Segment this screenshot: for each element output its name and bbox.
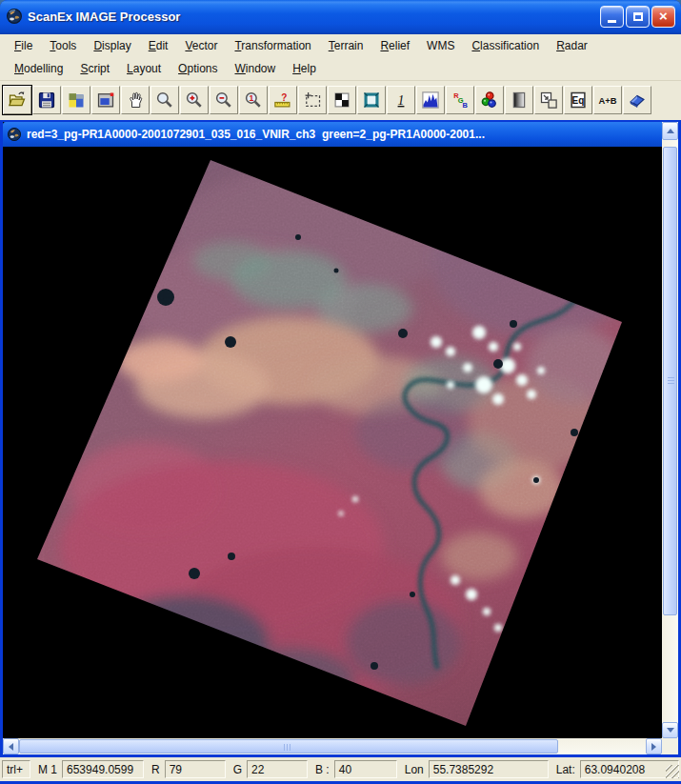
- titlebar[interactable]: ScanEx IMAGE Processor ×: [0, 0, 681, 34]
- svg-text:A+B: A+B: [599, 95, 617, 105]
- menu-help[interactable]: Help: [284, 59, 325, 78]
- svg-text:Eq: Eq: [572, 94, 585, 105]
- rgb-compose-button[interactable]: R G B: [446, 86, 474, 114]
- vertical-scrollbar-top: [662, 122, 678, 147]
- vertical-scroll-thumb[interactable]: [663, 147, 677, 615]
- select-region-icon: [302, 90, 323, 110]
- menu-layout[interactable]: Layout: [118, 59, 170, 78]
- open-button[interactable]: [3, 86, 31, 114]
- green-value: 22: [247, 760, 308, 778]
- zoom-out-icon: [213, 90, 234, 110]
- mdi-area: red=3_pg-PR1A0000-2001072901_035_016_VNI…: [0, 120, 681, 757]
- maximize-button[interactable]: [626, 6, 650, 28]
- open-folder-icon: [7, 90, 28, 110]
- image-arithmetic-button[interactable]: A+B: [593, 86, 622, 114]
- pan-hand-icon: [125, 90, 146, 110]
- satellite-image: [3, 147, 662, 738]
- display-settings-icon: [95, 90, 116, 110]
- menu-options[interactable]: Options: [170, 59, 226, 78]
- one-to-one-icon: 1: [391, 90, 411, 110]
- app-window: ScanEx IMAGE Processor × File Tools Disp…: [0, 0, 681, 784]
- resize-grip[interactable]: [666, 765, 679, 778]
- measure-button[interactable]: ?: [269, 86, 297, 114]
- document-titlebar[interactable]: red=3_pg-PR1A0000-2001072901_035_016_VNI…: [3, 122, 662, 147]
- menu-file[interactable]: File: [6, 36, 41, 55]
- tile-button[interactable]: [328, 86, 356, 114]
- scroll-left-button[interactable]: [3, 738, 19, 754]
- document-globe-icon: [7, 127, 22, 142]
- pan-button[interactable]: [121, 86, 150, 114]
- green-label: G: [228, 763, 245, 776]
- scale-label: M 1: [32, 763, 60, 776]
- horizontal-scroll-thumb[interactable]: [19, 739, 558, 754]
- lon-value: 55.7385292: [429, 760, 549, 778]
- menubar-row1: File Tools Display Edit Vector Transform…: [0, 34, 681, 57]
- menu-classification[interactable]: Classification: [463, 36, 548, 55]
- menu-radar[interactable]: Radar: [548, 36, 596, 55]
- menu-wms[interactable]: WMS: [418, 36, 463, 55]
- scroll-right-button[interactable]: [646, 738, 662, 754]
- zoom-out-button[interactable]: [210, 86, 238, 114]
- zoom-button[interactable]: [150, 86, 179, 114]
- menu-modelling[interactable]: Modelling: [6, 59, 71, 78]
- svg-text:?: ?: [281, 91, 287, 102]
- lat-value: 63.0940208: [580, 760, 679, 778]
- menu-display[interactable]: Display: [85, 36, 139, 55]
- color-channels-icon: [479, 90, 500, 110]
- zoom-in-icon: [184, 90, 205, 110]
- menu-tools[interactable]: Tools: [41, 36, 85, 55]
- new-window-icon: [538, 90, 559, 110]
- scale-value: 653949.0599: [62, 760, 144, 778]
- menu-terrain[interactable]: Terrain: [320, 36, 372, 55]
- display-settings-button[interactable]: [91, 86, 120, 114]
- rgb-compose-icon: R G B: [450, 90, 471, 110]
- scroll-down-button[interactable]: [662, 722, 678, 738]
- select-region-button[interactable]: [298, 86, 327, 114]
- save-button[interactable]: [32, 86, 61, 114]
- equalize-button[interactable]: Eq: [564, 86, 592, 114]
- zoom-one-button[interactable]: 1: [239, 86, 268, 114]
- close-icon: ×: [659, 9, 668, 23]
- minimize-icon: [608, 20, 616, 23]
- chevron-left-icon: [5, 743, 13, 751]
- menu-script[interactable]: Script: [71, 59, 118, 78]
- svg-text:1: 1: [249, 93, 253, 103]
- new-window-button[interactable]: [534, 86, 563, 114]
- menu-window[interactable]: Window: [226, 59, 284, 78]
- menu-vector[interactable]: Vector: [176, 36, 226, 55]
- close-button[interactable]: ×: [651, 6, 675, 28]
- horizontal-scrollbar[interactable]: [3, 738, 662, 754]
- gradient-stretch-button[interactable]: [505, 86, 533, 114]
- window-title: ScanEx IMAGE Processor: [28, 10, 600, 24]
- zoom-icon: [154, 90, 175, 110]
- image-icon: [66, 90, 87, 110]
- chevron-right-icon: [651, 743, 660, 751]
- one-to-one-button[interactable]: 1: [387, 86, 415, 114]
- menubar-row2: Modelling Script Layout Options Window H…: [0, 57, 681, 81]
- image-arithmetic-icon: A+B: [597, 90, 618, 110]
- color-channels-button[interactable]: [475, 86, 504, 114]
- histogram-button[interactable]: [416, 86, 445, 114]
- zoom-one-icon: 1: [243, 90, 264, 110]
- statusbar: trl+ M 1 653949.0599 R 79 G 22 B : 40 Lo…: [0, 757, 681, 781]
- full-extent-button[interactable]: [357, 86, 386, 114]
- red-value: 79: [165, 760, 226, 778]
- eraser-icon: [627, 90, 648, 110]
- menu-edit[interactable]: Edit: [140, 36, 177, 55]
- chevron-down-icon: [667, 728, 674, 736]
- minimize-button[interactable]: [600, 6, 624, 28]
- svg-text:1: 1: [398, 93, 405, 108]
- image-canvas[interactable]: [3, 147, 662, 738]
- blue-label: B :: [310, 763, 332, 776]
- status-mode-cell: trl+: [2, 760, 30, 778]
- eraser-button[interactable]: [623, 86, 651, 114]
- image-button[interactable]: [62, 86, 90, 114]
- menu-relief[interactable]: Relief: [371, 36, 418, 55]
- zoom-in-button[interactable]: [180, 86, 209, 114]
- vertical-scrollbar[interactable]: [662, 147, 678, 738]
- scroll-up-button[interactable]: [662, 122, 678, 140]
- lat-label: Lat:: [551, 763, 578, 776]
- app-globe-icon: [6, 8, 23, 25]
- blue-value: 40: [334, 760, 397, 778]
- menu-transformation[interactable]: Transformation: [226, 36, 319, 55]
